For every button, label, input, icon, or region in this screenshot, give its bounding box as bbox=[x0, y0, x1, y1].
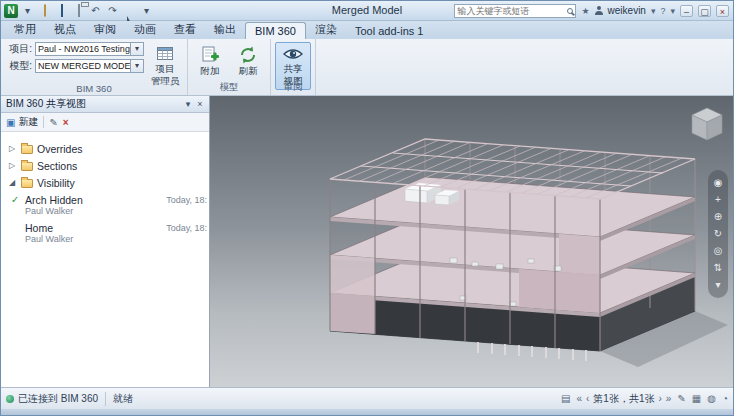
chevron-expanded-icon[interactable]: ◢ bbox=[9, 178, 17, 187]
zoom-icon[interactable]: ⊕ bbox=[714, 211, 722, 223]
printer-icon bbox=[78, 4, 80, 17]
folder-label: Visibility bbox=[37, 177, 75, 189]
first-sheet-button[interactable]: « bbox=[576, 393, 582, 404]
shared-view-item-home[interactable]: Home Paul Walker Today, 18: bbox=[25, 222, 209, 246]
next-sheet-button[interactable]: › bbox=[658, 393, 661, 404]
disk-progress-icon: ▦ bbox=[692, 393, 701, 404]
search-icon[interactable] bbox=[567, 8, 573, 14]
maximize-button[interactable]: ▢ bbox=[698, 5, 711, 17]
attach-document-plus-icon bbox=[200, 45, 220, 65]
project-admin-label-1: 项目 bbox=[156, 64, 175, 75]
open-folder-icon bbox=[44, 4, 46, 17]
minimize-button[interactable]: – bbox=[680, 5, 693, 17]
tab-common[interactable]: 常用 bbox=[5, 20, 45, 39]
previous-sheet-button[interactable]: ‹ bbox=[586, 393, 589, 404]
shared-view-item-arch-hidden[interactable]: ✓ Arch Hidden Paul Walker Today, 18: bbox=[25, 194, 209, 218]
tab-viewpoint[interactable]: 视点 bbox=[45, 20, 85, 39]
project-combobox[interactable]: Paul - NW2016 Testing bbox=[35, 42, 131, 56]
edit-view-icon[interactable]: ✎ bbox=[49, 117, 57, 128]
window-frame-bottom bbox=[1, 409, 733, 416]
close-button[interactable]: × bbox=[716, 5, 729, 17]
save-disk-icon bbox=[61, 4, 63, 17]
refresh-button[interactable]: 刷新 bbox=[230, 42, 266, 80]
folder-label: Overrides bbox=[37, 143, 83, 155]
infocenter: ★ weikevin ▾ ? ▾ – ▢ × bbox=[454, 4, 733, 18]
pencil-progress-icon: ✎ bbox=[677, 393, 685, 404]
signed-in-user[interactable]: weikevin bbox=[608, 5, 646, 16]
steering-wheel-icon[interactable]: ◉ bbox=[714, 177, 723, 189]
quick-access-toolbar: ▾ ↶ ↷ ▾ bbox=[21, 5, 153, 16]
app-menu-dropdown-icon[interactable]: ▾ bbox=[21, 5, 34, 16]
statusbar-right: ▤ « ‹ 第1张，共1张 › » ✎ ▦ ◍ ◔ bbox=[561, 392, 728, 406]
panel-title: BIM 360 共享视图 bbox=[6, 97, 182, 111]
model-3d bbox=[210, 96, 733, 387]
tab-view[interactable]: 查看 bbox=[165, 20, 205, 39]
save-button[interactable] bbox=[55, 5, 68, 16]
spreadsheet-icon bbox=[156, 45, 174, 63]
app-window: N ▾ ↶ ↷ ▾ Merged Model ★ weikevin ▾ ? ▾ … bbox=[0, 0, 734, 416]
model-dropdown-icon[interactable]: ▾ bbox=[131, 59, 144, 73]
tab-animation[interactable]: 动画 bbox=[125, 20, 165, 39]
project-label: 项目: bbox=[5, 42, 35, 56]
new-view-icon: ▣ bbox=[6, 117, 15, 128]
refresh-label: 刷新 bbox=[239, 66, 258, 77]
select-tool-button[interactable] bbox=[123, 5, 136, 16]
tab-bim360[interactable]: BIM 360 bbox=[245, 22, 306, 39]
status-separator bbox=[105, 392, 106, 406]
project-dropdown-icon[interactable]: ▾ bbox=[131, 42, 144, 56]
attach-button[interactable]: 附加 bbox=[192, 42, 228, 80]
viewcube[interactable] bbox=[684, 101, 730, 151]
view-timestamp: Today, 18: bbox=[166, 195, 207, 205]
tab-review[interactable]: 审阅 bbox=[85, 20, 125, 39]
pan-icon[interactable]: + bbox=[715, 194, 721, 206]
user-avatar-icon bbox=[595, 11, 603, 15]
ribbon-group-review: 共享 视图 审阅 bbox=[271, 39, 316, 95]
tab-tool-addins[interactable]: Tool add-ins 1 bbox=[346, 23, 433, 39]
app-logo-icon[interactable]: N bbox=[4, 4, 18, 18]
tab-output[interactable]: 输出 bbox=[205, 20, 245, 39]
view-author: Paul Walker bbox=[25, 234, 209, 244]
view-timestamp: Today, 18: bbox=[166, 223, 207, 233]
sheet-browser-icon[interactable]: ▤ bbox=[561, 393, 570, 404]
model-combobox[interactable]: NEW MERGED MODEL bbox=[35, 59, 131, 73]
tree-folder-visibility[interactable]: ◢ Visibility bbox=[1, 174, 209, 191]
sheet-pager: « ‹ 第1张，共1张 › » bbox=[576, 392, 671, 406]
connection-status: 已连接到 BIM 360 bbox=[18, 392, 98, 406]
favorites-star-icon[interactable]: ★ bbox=[581, 6, 589, 16]
attach-label: 附加 bbox=[201, 66, 220, 77]
chevron-collapsed-icon[interactable]: ▷ bbox=[9, 161, 17, 170]
tree-folder-sections[interactable]: ▷ Sections bbox=[1, 157, 209, 174]
walk-icon[interactable]: ⇅ bbox=[714, 262, 722, 274]
search-input[interactable] bbox=[457, 6, 567, 16]
panel-close-icon[interactable]: × bbox=[194, 99, 206, 109]
help-button[interactable]: ? bbox=[660, 6, 665, 16]
new-view-button[interactable]: ▣ 新建 bbox=[6, 115, 38, 129]
qat-customize-dropdown-icon[interactable]: ▾ bbox=[140, 5, 153, 16]
tab-render[interactable]: 渲染 bbox=[306, 20, 346, 39]
status-bar: 已连接到 BIM 360 就绪 ▤ « ‹ 第1张，共1张 › » ✎ ▦ ◍ … bbox=[1, 387, 733, 409]
panel-menu-icon[interactable]: ▾ bbox=[182, 99, 194, 109]
delete-view-icon[interactable]: × bbox=[63, 117, 69, 128]
redo-button[interactable]: ↷ bbox=[106, 5, 119, 16]
refresh-arrows-icon bbox=[238, 45, 258, 65]
open-button[interactable] bbox=[38, 5, 51, 16]
web-progress-icon: ◍ bbox=[707, 393, 716, 404]
panel-header[interactable]: BIM 360 共享视图 ▾ × bbox=[1, 96, 209, 113]
chevron-collapsed-icon[interactable]: ▷ bbox=[9, 144, 17, 153]
user-dropdown-icon[interactable]: ▾ bbox=[651, 6, 656, 16]
help-dropdown-icon[interactable]: ▾ bbox=[670, 6, 675, 16]
main-area: BIM 360 共享视图 ▾ × ▣ 新建 ✎ × ▷ Overrides bbox=[1, 96, 733, 387]
ready-status: 就绪 bbox=[113, 392, 133, 406]
last-sheet-button[interactable]: » bbox=[666, 393, 672, 404]
undo-button[interactable]: ↶ bbox=[89, 5, 102, 16]
navbar-more-icon[interactable]: ▾ bbox=[715, 279, 720, 291]
viewport-3d[interactable]: ◉ + ⊕ ↻ ◎ ⇅ ▾ bbox=[210, 96, 733, 387]
print-button[interactable] bbox=[72, 5, 85, 16]
panel-toolbar: ▣ 新建 ✎ × bbox=[1, 113, 209, 132]
group-label-model: 模型 bbox=[188, 81, 270, 94]
orbit-icon[interactable]: ↻ bbox=[714, 228, 722, 240]
tree-folder-overrides[interactable]: ▷ Overrides bbox=[1, 140, 209, 157]
view-author: Paul Walker bbox=[25, 206, 209, 216]
look-around-icon[interactable]: ◎ bbox=[714, 245, 723, 257]
folder-icon bbox=[21, 162, 33, 171]
